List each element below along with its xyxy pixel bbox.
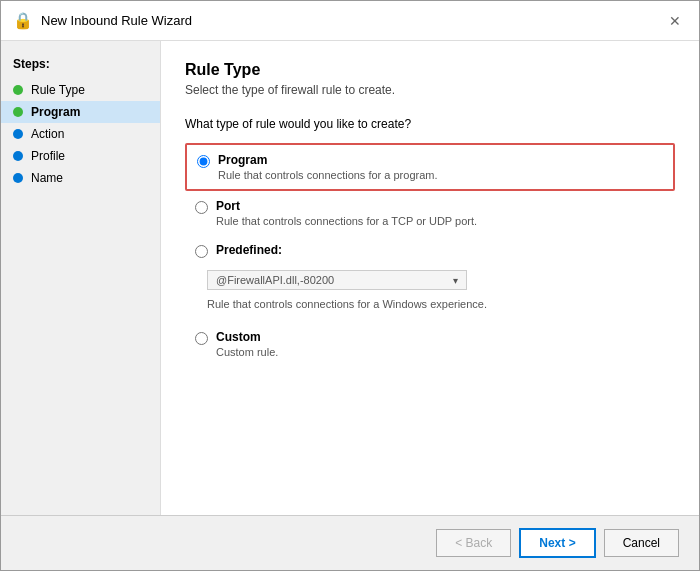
- option-port-desc: Rule that controls connections for a TCP…: [216, 215, 477, 227]
- main-subtitle: Select the type of firewall rule to crea…: [185, 83, 675, 97]
- step-dot-name: [13, 173, 23, 183]
- radio-custom[interactable]: [195, 332, 208, 345]
- sidebar-label-program: Program: [31, 105, 80, 119]
- sidebar-label-rule-type: Rule Type: [31, 83, 85, 97]
- wizard-icon: 🔒: [13, 11, 33, 31]
- dialog-window: 🔒 New Inbound Rule Wizard ✕ Steps: Rule …: [0, 0, 700, 571]
- radio-program[interactable]: [197, 155, 210, 168]
- step-dot-rule-type: [13, 85, 23, 95]
- main-title: Rule Type: [185, 61, 675, 79]
- sidebar-item-profile[interactable]: Profile: [1, 145, 160, 167]
- sidebar-item-program[interactable]: Program: [1, 101, 160, 123]
- predefined-dropdown[interactable]: @FirewallAPI.dll,-80200 ▾: [207, 270, 467, 290]
- radio-predefined[interactable]: [195, 245, 208, 258]
- back-button[interactable]: < Back: [436, 529, 511, 557]
- sidebar-item-name[interactable]: Name: [1, 167, 160, 189]
- step-dot-profile: [13, 151, 23, 161]
- option-program-name[interactable]: Program: [218, 153, 438, 167]
- option-predefined[interactable]: Predefined:: [185, 235, 675, 266]
- option-custom-desc: Custom rule.: [216, 346, 278, 358]
- step-dot-action: [13, 129, 23, 139]
- sidebar-label-action: Action: [31, 127, 64, 141]
- chevron-down-icon: ▾: [453, 275, 458, 286]
- option-program[interactable]: Program Rule that controls connections f…: [185, 143, 675, 191]
- footer: < Back Next > Cancel: [1, 515, 699, 570]
- predefined-dropdown-value: @FirewallAPI.dll,-80200: [216, 274, 334, 286]
- cancel-button[interactable]: Cancel: [604, 529, 679, 557]
- dialog-title: New Inbound Rule Wizard: [41, 13, 192, 28]
- question-label: What type of rule would you like to crea…: [185, 117, 675, 131]
- radio-port[interactable]: [195, 201, 208, 214]
- option-predefined-group: Predefined: @FirewallAPI.dll,-80200 ▾ Ru…: [185, 235, 675, 312]
- step-dot-program: [13, 107, 23, 117]
- next-button[interactable]: Next >: [519, 528, 595, 558]
- options-list: Program Rule that controls connections f…: [185, 143, 675, 495]
- content-area: Steps: Rule Type Program Action Profile …: [1, 41, 699, 515]
- option-custom-name[interactable]: Custom: [216, 330, 278, 344]
- option-program-desc: Rule that controls connections for a pro…: [218, 169, 438, 181]
- main-content: Rule Type Select the type of firewall ru…: [161, 41, 699, 515]
- title-bar: 🔒 New Inbound Rule Wizard ✕: [1, 1, 699, 41]
- sidebar-label-name: Name: [31, 171, 63, 185]
- sidebar-item-rule-type[interactable]: Rule Type: [1, 79, 160, 101]
- option-predefined-desc: Rule that controls connections for a Win…: [207, 298, 487, 310]
- option-custom[interactable]: Custom Custom rule.: [185, 322, 675, 366]
- sidebar: Steps: Rule Type Program Action Profile …: [1, 41, 161, 515]
- option-predefined-name[interactable]: Predefined:: [216, 243, 282, 257]
- option-port-name[interactable]: Port: [216, 199, 477, 213]
- close-button[interactable]: ✕: [663, 9, 687, 33]
- sidebar-item-action[interactable]: Action: [1, 123, 160, 145]
- steps-label: Steps:: [1, 57, 160, 79]
- sidebar-label-profile: Profile: [31, 149, 65, 163]
- option-port[interactable]: Port Rule that controls connections for …: [185, 191, 675, 235]
